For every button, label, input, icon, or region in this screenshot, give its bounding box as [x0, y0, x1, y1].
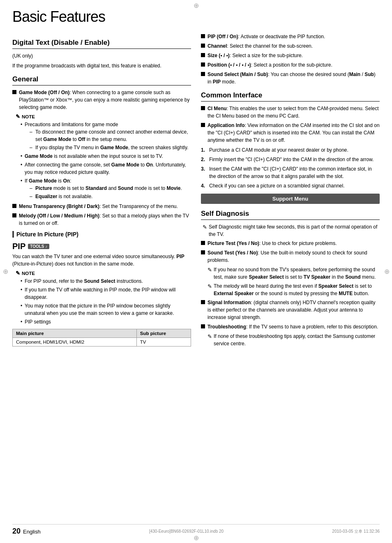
pip-note-item-4: PIP settings — [21, 318, 191, 326]
bullet-sq-sd4 — [201, 324, 205, 328]
note-item-4: If Game Mode is On: Picture mode is set … — [21, 177, 191, 200]
pip-note-item-1: For PIP sound, refer to the Sound Select… — [21, 277, 191, 285]
pip-table-cell-main: Component, HDMI1/DVI, HDMI2 — [13, 338, 137, 347]
note-label: ✎ NOTE — [16, 113, 191, 120]
sound-note-2: ✎ The melody will be heard during the te… — [208, 282, 380, 297]
pip-note-label: ✎ NOTE — [16, 270, 191, 276]
channel-item: Channel: Select the channel for the sub-… — [201, 42, 380, 50]
sound-note-1-text: If you hear no sound from the TV's speak… — [214, 266, 380, 281]
ci-step-4: 4.Check if you can see a picture on a sc… — [201, 182, 380, 189]
note-sub-item-2: If you display the TV menu in Game Mode,… — [30, 144, 191, 151]
sound-select-item: Sound Select (Main / Sub): You can choos… — [201, 71, 380, 85]
common-interface-heading: Common Interface — [201, 91, 380, 102]
two-column-layout: Digital Text (Disable / Enable) (UK only… — [12, 33, 380, 349]
pencil-icon-6: ✎ — [208, 333, 212, 347]
reg-mark-right: ⊕ — [383, 268, 390, 275]
melody-item: Melody (Off / Low / Medium / High): Set … — [12, 212, 191, 227]
ci-menu-item: CI Menu: This enables the user to select… — [201, 105, 380, 120]
menu-transparency-text: Menu Transparency (Bright / Dark): Set t… — [19, 203, 191, 210]
sound-note-1: ✎ If you hear no sound from the TV's spe… — [208, 266, 380, 281]
channel-text: Channel: Select the channel for the sub-… — [208, 42, 380, 50]
app-info-text: Application Info: View information on th… — [208, 122, 380, 144]
troubleshooting-note: ✎ If none of these troubleshooting tips … — [208, 333, 380, 347]
language-label: English — [23, 529, 41, 535]
note-item-2: Game Mode is not available when the inpu… — [21, 153, 191, 160]
footer-file-info: [430-Eeuro]BN68-02692F-01L10.indb 20 — [149, 529, 224, 534]
note-item-1: Precautions and limitations for game mod… — [21, 121, 191, 151]
pip-table: Main picture Sub picture Component, HDMI… — [12, 329, 191, 347]
pip-note-block: ✎ NOTE For PIP sound, refer to the Sound… — [16, 270, 191, 326]
pencil-icon-3: ✎ — [203, 223, 207, 238]
table-row: Component, HDMI1/DVI, HDMI2 TV — [13, 338, 191, 347]
bullet-sq-sd1 — [201, 241, 205, 245]
pip-note-text: NOTE — [22, 271, 35, 276]
troubleshooting-item: Troubleshooting: If the TV seems to have… — [201, 323, 380, 330]
reg-mark-left: ⊕ — [2, 268, 9, 275]
pip-note-item-2: If you turn the TV off while watching in… — [21, 286, 191, 301]
note-sub-item-4: Equalizer is not available. — [30, 193, 191, 200]
digital-text-description: If the programme broadcasts with digital… — [12, 62, 191, 69]
ci-steps-list: 1.Purchase a CI CAM module at your neare… — [201, 146, 380, 189]
pip-table-header-main: Main picture — [13, 329, 137, 338]
footer-date: 2010-03-05 오후 11:32:36 — [332, 529, 380, 534]
pip-off-on-item: PIP (Off / On): Activate or deactivate t… — [201, 33, 380, 40]
ci-step-3: 3.Insert the CAM with the "CI (CI+) CARD… — [201, 165, 380, 180]
game-mode-label: Game Mode (Off / On) — [19, 90, 69, 95]
menu-transparency-desc: : Set the Transparency of the menu. — [99, 203, 178, 209]
bullet-square-2 — [12, 204, 16, 208]
sound-test-text: Sound Test (Yes / No): Use the built-in … — [208, 249, 380, 264]
page-number: 20 — [12, 527, 21, 536]
melody-label: Melody (Off / Low / Medium / High) — [19, 213, 99, 219]
footer: 20 English [430-Eeuro]BN68-02692F-01L10.… — [12, 524, 380, 536]
page: ⊕ ⊕ ⊕ ⊕ Basic Features Digital Text (Dis… — [0, 0, 392, 543]
pencil-icon-2: ✎ — [16, 270, 20, 276]
troubleshooting-text: Troubleshooting: If the TV seems to have… — [208, 323, 380, 330]
note-text: NOTE — [22, 114, 35, 119]
melody-text: Melody (Off / Low / Medium / High): Set … — [19, 212, 191, 227]
bullet-sq-ci1 — [201, 106, 205, 110]
signal-info-item: Signal Information: (digital channels on… — [201, 299, 380, 321]
bullet-sq-sd2 — [201, 250, 205, 254]
right-column: PIP (Off / On): Activate or deactivate t… — [201, 33, 380, 349]
pip-heading: PIP TOOLS ♪ — [12, 242, 191, 251]
pip-section-heading: Picture In Picture (PIP) — [12, 231, 191, 238]
bullet-sq-pip5 — [201, 72, 205, 76]
bullet-sq-sd3 — [201, 300, 205, 304]
left-column: Digital Text (Disable / Enable) (UK only… — [12, 33, 191, 349]
pip-off-on-text: PIP (Off / On): Activate or deactivate t… — [208, 33, 380, 40]
size-item: Size (▪ / ▪): Select a size for the sub-… — [201, 52, 380, 59]
position-text: Position (▪ / ▪ / ▪ / ▪): Select a posit… — [208, 61, 380, 69]
ci-step-2: 2.Firmly insert the "CI (CI+) CARD" into… — [201, 156, 380, 163]
bullet-sq-pip3 — [201, 53, 205, 57]
troubleshooting-note-text: If none of these troubleshooting tips ap… — [214, 333, 380, 347]
bullet-sq-pip2 — [201, 44, 205, 48]
picture-test-item: Picture Test (Yes / No): Use to check fo… — [201, 240, 380, 247]
tools-badge: TOOLS ♪ — [28, 244, 49, 249]
bullet-square — [12, 90, 16, 94]
pip-note-list: For PIP sound, refer to the Sound Select… — [21, 277, 191, 326]
self-diagnosis-heading: Self Diagnosis — [201, 210, 380, 220]
game-mode-item: Game Mode (Off / On): When connecting to… — [12, 89, 191, 111]
uk-only-label: (UK only) — [12, 52, 191, 60]
pencil-icon: ✎ — [16, 113, 20, 120]
note-sub-item-3: Picture mode is set to Standard and Soun… — [30, 185, 191, 192]
pip-table-header-sub: Sub picture — [136, 329, 191, 338]
page-title: Basic Features — [12, 8, 380, 25]
position-item: Position (▪ / ▪ / ▪ / ▪): Select a posit… — [201, 61, 380, 69]
support-menu-bar: Support Menu — [201, 194, 380, 204]
bullet-sq-pip4 — [201, 62, 205, 67]
note-item-3: After connecting the game console, set G… — [21, 161, 191, 176]
ci-step-1: 1.Purchase a CI CAM module at your neare… — [201, 146, 380, 154]
bullet-sq-ci2 — [201, 123, 205, 127]
self-diagnosis-note-text: Self Diagnostic might take few seconds, … — [209, 223, 380, 238]
sound-select-text: Sound Select (Main / Sub): You can choos… — [208, 71, 380, 85]
pip-note-item-3: You may notice that the picture in the P… — [21, 302, 191, 317]
general-heading: General — [12, 75, 191, 85]
signal-info-text: Signal Information: (digital channels on… — [208, 299, 380, 321]
ci-menu-text: CI Menu: This enables the user to select… — [208, 105, 380, 120]
reg-mark-top: ⊕ — [193, 2, 199, 9]
note-sub-list: To disconnect the game console and conne… — [30, 128, 191, 151]
pip-table-cell-sub: TV — [136, 338, 191, 347]
game-mode-text: Game Mode (Off / On): When connecting to… — [19, 89, 191, 111]
note-sub-list-2: Picture mode is set to Standard and Soun… — [30, 185, 191, 200]
